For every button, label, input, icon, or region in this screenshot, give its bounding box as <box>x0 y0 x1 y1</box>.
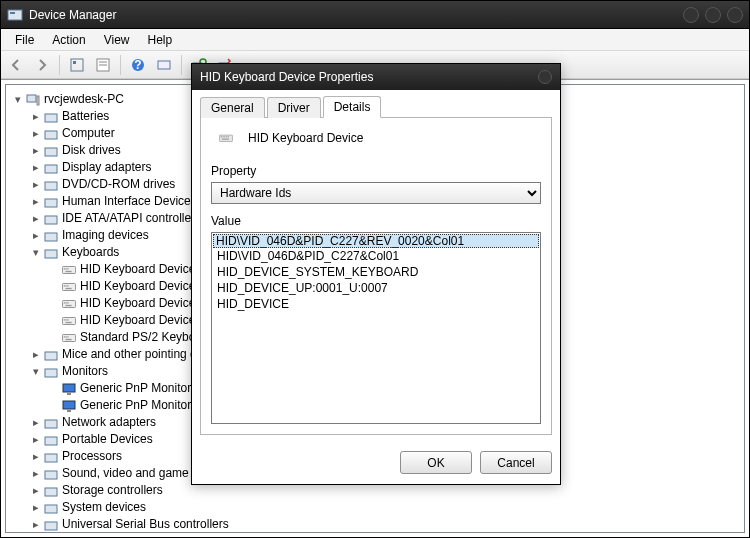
dialog-close-button[interactable] <box>538 70 552 84</box>
menu-file[interactable]: File <box>7 31 42 49</box>
device-icon <box>61 399 77 413</box>
svg-rect-14 <box>27 95 36 102</box>
svg-rect-23 <box>45 233 57 241</box>
svg-rect-3 <box>73 61 76 64</box>
tree-category-label: Display adapters <box>62 159 151 176</box>
tree-category-label: Imaging devices <box>62 227 149 244</box>
svg-rect-45 <box>62 334 75 341</box>
back-button[interactable] <box>5 54 27 76</box>
svg-rect-42 <box>66 319 67 320</box>
close-button[interactable] <box>727 7 743 23</box>
device-category-icon <box>43 433 59 447</box>
device-category-icon <box>43 229 59 243</box>
device-icon <box>61 314 77 328</box>
svg-rect-58 <box>45 454 57 462</box>
device-category-icon <box>43 161 59 175</box>
svg-rect-19 <box>45 165 57 173</box>
tree-category-label: Batteries <box>62 108 109 125</box>
svg-rect-51 <box>45 369 57 377</box>
svg-rect-64 <box>221 136 222 137</box>
window-titlebar: Device Manager <box>1 1 749 29</box>
tab-general[interactable]: General <box>200 97 265 118</box>
svg-rect-28 <box>67 268 68 269</box>
tree-device-label: HID Keyboard Device <box>80 278 195 295</box>
menubar: File Action View Help <box>1 29 749 51</box>
dialog-body: General Driver Details HID Keyboard Devi… <box>192 90 560 443</box>
forward-button[interactable] <box>31 54 53 76</box>
svg-rect-68 <box>228 136 229 137</box>
toolbar-button[interactable] <box>153 54 175 76</box>
properties-dialog: HID Keyboard Device Properties General D… <box>191 63 561 485</box>
properties-button[interactable] <box>92 54 114 76</box>
device-header-row: HID Keyboard Device <box>211 128 541 148</box>
svg-rect-25 <box>62 266 75 273</box>
svg-rect-57 <box>45 437 57 445</box>
toolbar-separator <box>120 55 121 75</box>
property-select[interactable]: Hardware Ids <box>211 182 541 204</box>
tree-category-label: Computer <box>62 125 115 142</box>
svg-rect-18 <box>45 148 57 156</box>
menu-view[interactable]: View <box>96 31 138 49</box>
svg-rect-37 <box>66 302 67 303</box>
svg-rect-32 <box>66 285 67 286</box>
svg-rect-36 <box>64 302 65 303</box>
tab-details[interactable]: Details <box>323 96 382 118</box>
svg-rect-17 <box>45 131 57 139</box>
app-icon <box>7 7 23 23</box>
svg-rect-39 <box>66 304 72 305</box>
device-icon <box>61 382 77 396</box>
svg-rect-52 <box>63 384 75 392</box>
value-list-item[interactable]: HID_DEVICE_UP:0001_U:0007 <box>213 280 539 296</box>
svg-rect-40 <box>62 317 75 324</box>
device-category-icon <box>43 450 59 464</box>
svg-rect-1 <box>10 12 15 14</box>
tree-device-label: HID Keyboard Device <box>80 261 195 278</box>
property-label: Property <box>211 164 541 178</box>
tab-panel-details: HID Keyboard Device Property Hardware Id… <box>200 118 552 435</box>
value-list-item[interactable]: HID_DEVICE <box>213 296 539 312</box>
svg-rect-22 <box>45 216 57 224</box>
tree-category-label: Network adapters <box>62 414 156 431</box>
tree-category-label: DVD/CD-ROM drives <box>62 176 175 193</box>
value-list-item[interactable]: HID\VID_046D&PID_C227&Col01 <box>213 248 539 264</box>
tree-category[interactable]: ▸Universal Serial Bus controllers <box>30 516 740 533</box>
menu-action[interactable]: Action <box>44 31 93 49</box>
value-list-item[interactable]: HID\VID_046D&PID_C227&REV_0020&Col01 <box>213 234 539 248</box>
svg-rect-31 <box>64 285 65 286</box>
property-combo[interactable]: Hardware Ids <box>211 182 541 204</box>
toolbar-button[interactable] <box>66 54 88 76</box>
svg-rect-41 <box>64 319 65 320</box>
maximize-button[interactable] <box>705 7 721 23</box>
value-listbox[interactable]: HID\VID_046D&PID_C227&REV_0020&Col01HID\… <box>211 232 541 424</box>
svg-rect-44 <box>66 321 72 322</box>
device-category-icon <box>43 348 59 362</box>
svg-rect-48 <box>67 336 68 337</box>
device-category-icon <box>43 178 59 192</box>
svg-rect-26 <box>64 268 65 269</box>
ok-button[interactable]: OK <box>400 451 472 474</box>
cancel-button[interactable]: Cancel <box>480 451 552 474</box>
svg-rect-33 <box>67 285 68 286</box>
device-icon <box>61 280 77 294</box>
tab-driver[interactable]: Driver <box>267 97 321 118</box>
svg-rect-27 <box>66 268 67 269</box>
tree-category[interactable]: ▸System devices <box>30 499 740 516</box>
value-list-item[interactable]: HID_DEVICE_SYSTEM_KEYBOARD <box>213 264 539 280</box>
tree-category-label: Disk drives <box>62 142 121 159</box>
device-category-icon <box>43 212 59 226</box>
svg-rect-63 <box>220 135 233 141</box>
device-category-icon <box>43 246 59 260</box>
device-category-icon <box>43 484 59 498</box>
help-button[interactable]: ? <box>127 54 149 76</box>
menu-help[interactable]: Help <box>140 31 181 49</box>
svg-rect-53 <box>67 393 71 395</box>
device-category-icon <box>43 127 59 141</box>
tabstrip: General Driver Details <box>200 96 552 118</box>
minimize-button[interactable] <box>683 7 699 23</box>
svg-rect-59 <box>45 471 57 479</box>
computer-icon <box>25 93 41 107</box>
device-icon <box>61 297 77 311</box>
svg-rect-49 <box>66 338 72 339</box>
tree-category-label: Processors <box>62 448 122 465</box>
device-icon <box>61 263 77 277</box>
